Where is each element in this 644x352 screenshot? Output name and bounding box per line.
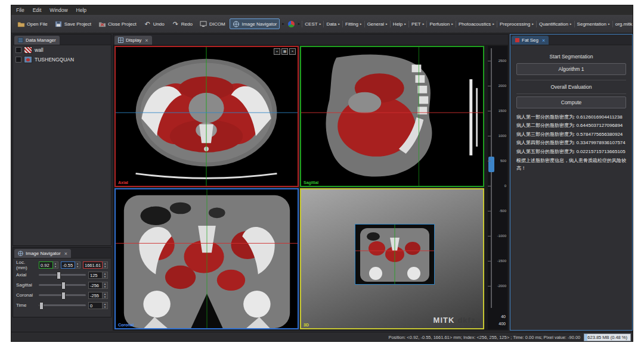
sagittal-view[interactable]: Sagittal bbox=[300, 46, 484, 187]
tab-display[interactable]: Display × bbox=[114, 36, 152, 45]
spin-arrows-icon[interactable]: ▲▼ bbox=[103, 282, 108, 289]
toolbar-menu-segmentation[interactable]: Segmentation▸ bbox=[574, 21, 612, 27]
time-spinbox[interactable]: 0▲▼ bbox=[88, 302, 108, 309]
close-icon[interactable]: × bbox=[145, 38, 148, 43]
image-navigator-icon bbox=[233, 20, 240, 27]
slider-handle[interactable] bbox=[39, 302, 44, 310]
loc-z-spinbox[interactable]: 1661.61▲▼ bbox=[83, 261, 108, 269]
coronal-ct-image bbox=[116, 189, 298, 328]
sagittal-view-label: Sagittal bbox=[304, 180, 318, 185]
menu-help[interactable]: Help bbox=[76, 7, 86, 13]
color-palette-icon[interactable] bbox=[288, 21, 295, 27]
coronal-view[interactable]: Coronal bbox=[114, 188, 299, 329]
tab-image-navigator[interactable]: Image Navigator × bbox=[14, 249, 71, 258]
lw-tick-label: 1000 bbox=[493, 134, 506, 138]
threed-view-label: 3D bbox=[304, 323, 309, 327]
menu-file[interactable]: File bbox=[16, 7, 24, 13]
toolbar-menu-photoacoustics[interactable]: Photoacoustics▸ bbox=[456, 21, 497, 27]
view-settings-icon[interactable]: × bbox=[289, 48, 296, 55]
toolbar-menu-perfusion[interactable]: Perfusion▸ bbox=[426, 21, 456, 27]
watermark: MITKdkfz. bbox=[434, 316, 478, 325]
slider-handle[interactable] bbox=[61, 282, 66, 289]
memory-usage-indicator: 623.85 MB (0.48 %) bbox=[584, 334, 631, 341]
threed-view[interactable]: MITKdkfz. 3D bbox=[300, 188, 484, 329]
sagittal-spinbox[interactable]: -256▲▼ bbox=[88, 282, 108, 289]
chevron-right-icon: ▸ bbox=[423, 22, 425, 26]
close-project-button[interactable]: Close Project bbox=[95, 18, 140, 29]
menu-edit[interactable]: Edit bbox=[33, 7, 42, 13]
conclusion-text: 根据上述脂肪密度信息，病人患骨质疏松症的风险较高！ bbox=[516, 157, 626, 173]
toolbar-menu-general[interactable]: General▸ bbox=[364, 21, 390, 27]
redo-button[interactable]: ↷ Redo bbox=[169, 18, 196, 29]
toolbar-menu-pet[interactable]: PET▸ bbox=[408, 21, 426, 27]
undo-icon: ↶ bbox=[144, 20, 151, 27]
display-icon bbox=[118, 38, 123, 43]
coronal-slider[interactable] bbox=[39, 294, 86, 296]
loc-y-spinbox[interactable]: -0.55▲▼ bbox=[61, 261, 80, 269]
slider-handle[interactable] bbox=[57, 272, 61, 279]
toolbar-menu-data[interactable]: Data▸ bbox=[323, 21, 342, 27]
close-icon[interactable]: × bbox=[64, 251, 67, 257]
result-line: 病人第二部分的脂肪密度为: 0.6445037127096894 bbox=[516, 122, 626, 130]
visibility-checkbox[interactable] bbox=[16, 57, 21, 63]
data-node-wall[interactable]: wall bbox=[13, 45, 111, 55]
sagittal-slider[interactable] bbox=[39, 284, 86, 286]
crosshair-toggle-icon[interactable]: + bbox=[274, 48, 280, 55]
spin-arrows-icon[interactable]: ▲▼ bbox=[103, 302, 108, 309]
axial-spinbox[interactable]: 125▲▼ bbox=[88, 272, 108, 279]
image-navigator-button[interactable]: Image Navigator bbox=[230, 18, 280, 29]
save-project-button[interactable]: Save Project bbox=[52, 18, 94, 29]
spin-arrows-icon[interactable]: ▲▼ bbox=[103, 292, 108, 299]
separator bbox=[516, 80, 626, 80]
spin-arrows-icon[interactable]: ▲▼ bbox=[103, 261, 108, 269]
fat-seg-panel: Fat Seg × Start Segmentation Algorithm 1… bbox=[510, 34, 633, 331]
toolbar-menu-cest[interactable]: CEST▸ bbox=[302, 21, 323, 27]
loc-x-spinbox[interactable]: 0.92▲▼ bbox=[39, 261, 58, 269]
view-toolbar: + ▦ × bbox=[274, 48, 296, 55]
menu-window[interactable]: Window bbox=[49, 7, 67, 13]
overall-evaluation-header: Overall Evaluation bbox=[516, 84, 626, 90]
visibility-checkbox[interactable] bbox=[16, 47, 21, 53]
coronal-spinbox[interactable]: -255▲▼ bbox=[88, 292, 108, 299]
chevron-right-icon: ▸ bbox=[320, 22, 321, 26]
data-manager-panel: Data Manager wall TUSHENGQUAN bbox=[13, 34, 112, 246]
toolbar-menu-example-views[interactable]: org.mitk.views.example...▸ bbox=[612, 21, 633, 27]
dicom-button[interactable]: DICOM bbox=[197, 18, 228, 29]
slider-handle[interactable] bbox=[61, 292, 66, 300]
fat-seg-icon bbox=[515, 38, 519, 42]
lw-tick-label: 500 bbox=[493, 159, 506, 163]
toolbar-menu-help[interactable]: Help▸ bbox=[390, 21, 408, 27]
time-slider-label: Time bbox=[16, 303, 36, 308]
close-icon[interactable]: × bbox=[542, 38, 545, 43]
node-thumbnail-icon bbox=[24, 56, 32, 63]
chevron-right-icon: ▸ bbox=[570, 22, 572, 26]
undo-button[interactable]: ↶ Undo bbox=[141, 18, 168, 29]
open-file-button[interactable]: Open File bbox=[14, 18, 51, 29]
image-navigator-tabbar: Image Navigator × bbox=[13, 248, 111, 258]
compute-button[interactable]: Compute bbox=[516, 96, 626, 108]
dkfz-logo: dkfz. bbox=[457, 316, 478, 325]
tab-fat-seg[interactable]: Fat Seg × bbox=[512, 36, 549, 45]
algorithm-1-button[interactable]: Algorithm 1 bbox=[516, 63, 626, 75]
data-manager-tabbar: Data Manager bbox=[13, 35, 111, 45]
lw-tick-label: 0 bbox=[493, 184, 506, 188]
time-slider[interactable] bbox=[39, 304, 86, 306]
toolbar-menu-preprocessing[interactable]: Preprocessing▸ bbox=[497, 21, 536, 27]
level-window-track[interactable] bbox=[491, 48, 492, 308]
separator bbox=[516, 94, 626, 94]
spin-arrows-icon[interactable]: ▲▼ bbox=[75, 261, 80, 269]
toolbar-menu-quantification[interactable]: Quantification▸ bbox=[536, 21, 574, 27]
chevron-right-icon: ▸ bbox=[360, 22, 362, 26]
layout-icon[interactable]: ▦ bbox=[281, 48, 288, 55]
spin-arrows-icon[interactable]: ▲▼ bbox=[103, 272, 108, 279]
axial-view[interactable]: + ▦ × Axial bbox=[114, 46, 299, 187]
spin-arrows-icon[interactable]: ▲▼ bbox=[53, 261, 58, 269]
axial-slider[interactable] bbox=[39, 274, 86, 276]
start-segmentation-header: Start Segmentation bbox=[516, 54, 626, 60]
redo-icon: ↷ bbox=[172, 20, 179, 27]
lw-tick-label: 2000 bbox=[493, 84, 506, 88]
data-node-tushengquan[interactable]: TUSHENGQUAN bbox=[13, 55, 111, 64]
chevron-right-icon: ▸ bbox=[608, 22, 610, 26]
toolbar-menu-fitting[interactable]: Fitting▸ bbox=[342, 21, 364, 27]
tab-data-manager[interactable]: Data Manager bbox=[14, 36, 60, 45]
